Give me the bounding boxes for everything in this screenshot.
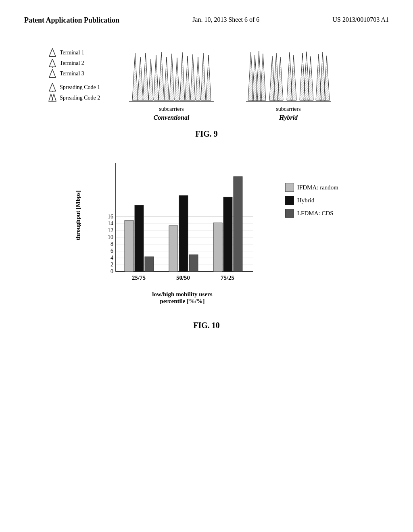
svg-text:25/75: 25/75 <box>132 274 146 281</box>
svg-marker-22 <box>164 57 169 100</box>
spreading2-icon <box>48 94 56 102</box>
fig9-title: FIG. 9 <box>24 129 389 139</box>
svg-marker-20 <box>154 55 159 100</box>
header-date-sheet: Jan. 10, 2013 Sheet 6 of 6 <box>192 16 259 23</box>
svg-marker-41 <box>291 55 296 100</box>
conventional-type-label: Conventional <box>154 114 190 121</box>
terminal3-icon <box>48 70 56 78</box>
bar-group2-lfdma <box>189 255 198 272</box>
svg-text:14: 14 <box>108 220 113 227</box>
legend-ifdma-label: IFDMA: random <box>297 184 338 191</box>
legend-hybrid-box <box>285 196 294 205</box>
svg-marker-36 <box>260 54 266 100</box>
svg-marker-26 <box>185 56 190 100</box>
hybrid-svg <box>246 49 331 105</box>
svg-text:4: 4 <box>111 255 113 261</box>
terminal1-icon <box>48 49 56 57</box>
header-publication: Patent Application Publication <box>24 16 119 25</box>
svg-marker-25 <box>180 52 185 100</box>
svg-marker-3 <box>49 59 56 67</box>
svg-marker-23 <box>169 54 174 100</box>
svg-marker-17 <box>138 57 143 100</box>
svg-marker-0 <box>49 48 56 56</box>
svg-marker-29 <box>201 53 206 100</box>
terminal2-label: Terminal 2 <box>60 60 84 66</box>
conventional-diagram: subcarriers Conventional <box>129 49 214 121</box>
svg-text:0: 0 <box>111 268 113 274</box>
svg-marker-44 <box>308 56 313 100</box>
hybrid-subcarrier-label: subcarriers <box>276 106 300 112</box>
header-patent-number: US 2013/0010703 A1 <box>332 16 389 23</box>
svg-marker-27 <box>190 54 195 100</box>
bar-group1-hybrid <box>135 205 144 272</box>
x-axis-title1: low/high mobility users <box>96 291 269 298</box>
legend-spreading2: Spreading Code 2 <box>48 94 113 102</box>
legend-terminal2: Terminal 2 <box>48 59 113 67</box>
legend-lfdma-box <box>285 209 294 218</box>
svg-text:12: 12 <box>108 227 113 233</box>
x-axis-title2: percentile [%/%] <box>96 298 269 305</box>
legend-spreading1: Spreading Code 1 <box>48 83 113 91</box>
bar-group3-lfdma <box>234 177 242 272</box>
svg-marker-30 <box>206 55 211 100</box>
bar-group2-hybrid <box>179 195 188 272</box>
hybrid-type-label: Hybrid <box>279 114 298 121</box>
bar-group2-ifdma <box>169 226 178 272</box>
legend-hybrid: Hybrid <box>285 196 338 205</box>
terminal2-icon <box>48 59 56 67</box>
svg-marker-9 <box>49 83 56 91</box>
legend-hybrid-label: Hybrid <box>297 197 315 204</box>
legend-ifdma: IFDMA: random <box>285 183 338 192</box>
bar-chart-wrapper: 0 2 4 6 8 10 <box>96 159 269 305</box>
svg-text:6: 6 <box>111 248 113 254</box>
svg-marker-21 <box>159 52 164 100</box>
y-axis-label: throughput [Mbps] <box>75 159 81 272</box>
legend-lfdma: LFDMA: CDS <box>285 209 338 218</box>
fig9-legend: Terminal 1 Terminal 2 <box>40 49 113 102</box>
svg-marker-13 <box>52 94 56 101</box>
bar-chart-svg: 0 2 4 6 8 10 <box>96 159 269 288</box>
page: Patent Application Publication Jan. 10, … <box>0 0 413 532</box>
svg-marker-47 <box>324 56 330 100</box>
hybrid-diagram: subcarriers Hybrid <box>246 49 331 121</box>
svg-marker-39 <box>277 57 283 100</box>
svg-text:75/25: 75/25 <box>221 274 234 281</box>
svg-text:16: 16 <box>108 214 113 220</box>
chart-legend: IFDMA: random Hybrid LFDMA: CDS <box>285 183 338 218</box>
bar-group3-hybrid <box>223 197 232 272</box>
conventional-svg <box>129 49 214 105</box>
terminal3-label: Terminal 3 <box>60 71 84 77</box>
svg-marker-24 <box>175 58 179 100</box>
bar-group3-ifdma <box>213 223 222 272</box>
legend-terminal1: Terminal 1 <box>48 49 113 57</box>
svg-text:10: 10 <box>108 234 113 240</box>
conventional-subcarrier-label: subcarriers <box>159 106 184 112</box>
chart-area: throughput [Mbps] 0 2 <box>75 159 338 305</box>
spreading1-icon <box>48 83 56 91</box>
svg-marker-19 <box>148 59 153 100</box>
legend-lfdma-label: LFDMA: CDS <box>297 210 334 217</box>
bar-group1-lfdma <box>145 257 154 272</box>
svg-marker-28 <box>196 57 200 100</box>
legend-terminal3: Terminal 3 <box>48 70 113 78</box>
svg-text:8: 8 <box>111 241 113 247</box>
header: Patent Application Publication Jan. 10, … <box>24 16 389 25</box>
svg-text:50/50: 50/50 <box>176 274 190 281</box>
svg-text:2: 2 <box>111 262 113 268</box>
fig9-container: Terminal 1 Terminal 2 <box>24 49 389 139</box>
spreading2-label: Spreading Code 2 <box>60 95 100 101</box>
bar-group1-ifdma <box>125 220 133 272</box>
fig10-title: FIG. 10 <box>193 321 220 330</box>
svg-marker-6 <box>49 69 56 77</box>
spreading1-label: Spreading Code 1 <box>60 84 100 91</box>
legend-ifdma-box <box>285 183 294 192</box>
svg-marker-18 <box>143 53 148 100</box>
terminal1-label: Terminal 1 <box>60 50 84 56</box>
svg-marker-16 <box>132 53 138 100</box>
svg-marker-12 <box>49 94 53 101</box>
fig10-container: throughput [Mbps] 0 2 <box>24 159 389 330</box>
